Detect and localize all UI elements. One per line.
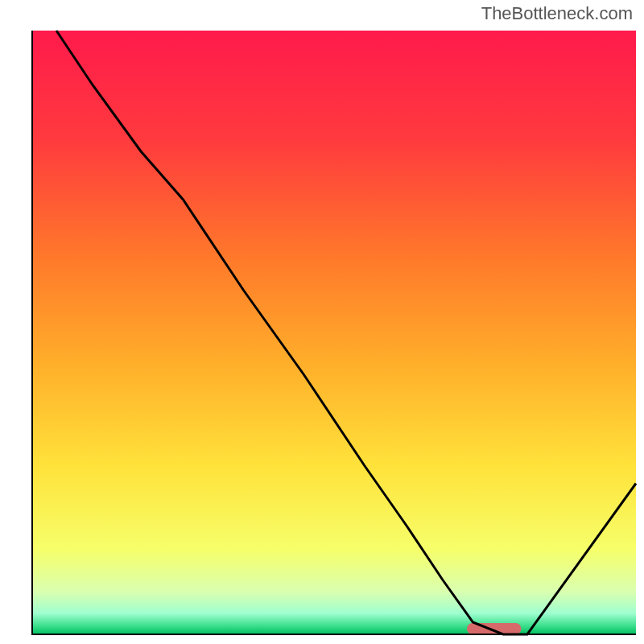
attribution-label: TheBottleneck.com	[481, 3, 633, 24]
chart-container: TheBottleneck.com	[0, 0, 644, 644]
bottleneck-chart	[0, 0, 644, 644]
plot-background	[32, 31, 636, 634]
optimal-marker	[467, 623, 522, 634]
